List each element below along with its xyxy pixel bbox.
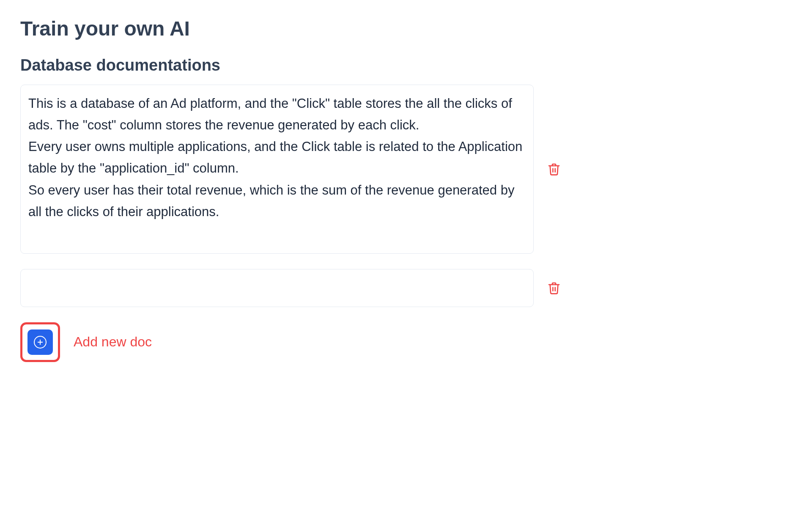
add-doc-button[interactable]	[27, 329, 53, 355]
doc-row	[20, 269, 792, 307]
doc-textarea[interactable]	[28, 93, 526, 244]
doc-card	[20, 269, 534, 307]
doc-textarea[interactable]	[28, 277, 526, 297]
add-highlight-box	[20, 322, 60, 362]
doc-row	[20, 85, 792, 254]
page-title: Train your own AI	[20, 17, 792, 40]
trash-icon	[547, 162, 561, 177]
plus-circle-icon	[34, 336, 47, 349]
add-doc-label: Add new doc	[74, 334, 152, 350]
doc-card	[20, 85, 534, 254]
section-title: Database documentations	[20, 56, 792, 74]
delete-doc-button[interactable]	[546, 279, 562, 297]
add-row: Add new doc	[20, 322, 792, 362]
delete-doc-button[interactable]	[546, 160, 562, 178]
trash-icon	[547, 280, 561, 296]
